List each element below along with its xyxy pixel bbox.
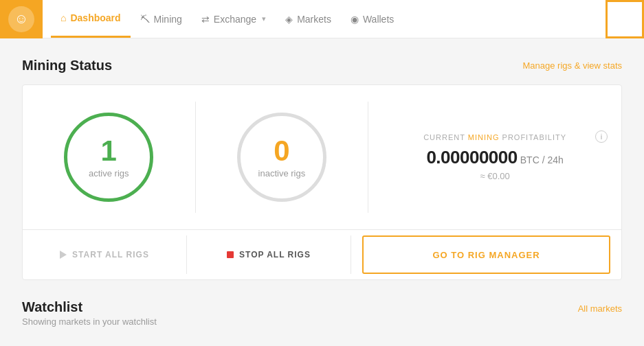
wallets-icon: ◉ bbox=[351, 14, 359, 25]
inactive-rigs-circle: 0 inactive rigs bbox=[237, 113, 326, 202]
nav-item-mining[interactable]: ⛏ Mining bbox=[131, 0, 192, 38]
play-icon bbox=[60, 251, 67, 259]
go-to-rig-manager-button[interactable]: GO TO RIG MANAGER bbox=[362, 235, 610, 274]
main-nav: ⌂ Dashboard ⛏ Mining ⇄ Exchange ▾ ◈ Mark… bbox=[43, 0, 606, 38]
watchlist-title: Watchlist bbox=[22, 299, 157, 315]
mining-card-body: 1 active rigs 0 inactive rigs i CURRENT … bbox=[23, 85, 621, 230]
profitability-panel: i CURRENT MINING PROFITABILITY 0.0000000… bbox=[368, 122, 621, 192]
logo-symbol: ☺ bbox=[14, 11, 28, 27]
btc-unit: BTC / 24h bbox=[520, 154, 564, 165]
nav-item-wallets[interactable]: ◉ Wallets bbox=[341, 0, 403, 38]
nav-label-wallets: Wallets bbox=[363, 14, 394, 25]
inactive-rigs-count: 0 bbox=[274, 137, 289, 165]
active-rigs-label: active rigs bbox=[89, 168, 129, 178]
manage-rigs-link[interactable]: Manage rigs & view stats bbox=[522, 60, 622, 71]
eur-value: ≈ €0.00 bbox=[480, 171, 509, 181]
inactive-rigs-stat: 0 inactive rigs bbox=[196, 102, 369, 213]
mining-icon: ⛏ bbox=[140, 14, 150, 25]
btc-value: 0.00000000 bbox=[426, 147, 517, 168]
active-rigs-stat: 1 active rigs bbox=[23, 102, 196, 213]
all-markets-link[interactable]: All markets bbox=[578, 303, 622, 314]
chevron-down-icon: ▾ bbox=[262, 14, 266, 23]
watchlist-subtitle: Showing markets in your watchlist bbox=[22, 316, 157, 327]
nav-item-exchange[interactable]: ⇄ Exchange ▾ bbox=[192, 0, 276, 38]
nav-label-markets: Markets bbox=[297, 14, 331, 25]
profitability-label: CURRENT MINING PROFITABILITY bbox=[423, 133, 566, 141]
active-rigs-circle: 1 active rigs bbox=[64, 113, 153, 202]
markets-icon: ◈ bbox=[285, 14, 293, 25]
nav-item-markets[interactable]: ◈ Markets bbox=[276, 0, 341, 38]
start-all-rigs-button[interactable]: START ALL RIGS bbox=[23, 235, 187, 274]
stop-all-rigs-button[interactable]: STOP ALL RIGS bbox=[187, 235, 351, 274]
watchlist-info: Watchlist Showing markets in your watchl… bbox=[22, 299, 157, 327]
header: ☺ ⌂ Dashboard ⛏ Mining ⇄ Exchange ▾ ◈ Ma… bbox=[0, 0, 644, 38]
exchange-icon: ⇄ bbox=[201, 14, 210, 25]
stop-icon bbox=[227, 251, 234, 258]
active-rigs-count: 1 bbox=[101, 137, 117, 165]
mining-card-actions: START ALL RIGS STOP ALL RIGS GO TO RIG M… bbox=[23, 230, 621, 279]
start-all-label: START ALL RIGS bbox=[72, 250, 149, 260]
main-content: Mining Status Manage rigs & view stats 1… bbox=[0, 38, 644, 346]
watchlist-header: Watchlist Showing markets in your watchl… bbox=[22, 299, 622, 327]
nav-label-exchange: Exchange bbox=[214, 14, 256, 25]
inactive-rigs-label: inactive rigs bbox=[258, 168, 306, 178]
nav-label-mining: Mining bbox=[154, 14, 182, 25]
mining-status-card: 1 active rigs 0 inactive rigs i CURRENT … bbox=[22, 84, 622, 280]
stop-all-label: STOP ALL RIGS bbox=[239, 250, 311, 260]
logo-area: ☺ bbox=[0, 0, 43, 38]
info-icon[interactable]: i bbox=[595, 130, 608, 143]
mining-status-header: Mining Status Manage rigs & view stats bbox=[22, 58, 622, 73]
nav-label-dashboard: Dashboard bbox=[70, 12, 120, 23]
logo-icon: ☺ bbox=[8, 6, 34, 32]
header-right-button[interactable] bbox=[606, 0, 644, 38]
dashboard-icon: ⌂ bbox=[60, 12, 66, 23]
nav-item-dashboard[interactable]: ⌂ Dashboard bbox=[51, 0, 131, 38]
profitability-value-row: 0.00000000BTC / 24h bbox=[426, 147, 563, 168]
rig-manager-label: GO TO RIG MANAGER bbox=[432, 250, 540, 260]
mining-status-title: Mining Status bbox=[22, 58, 112, 73]
